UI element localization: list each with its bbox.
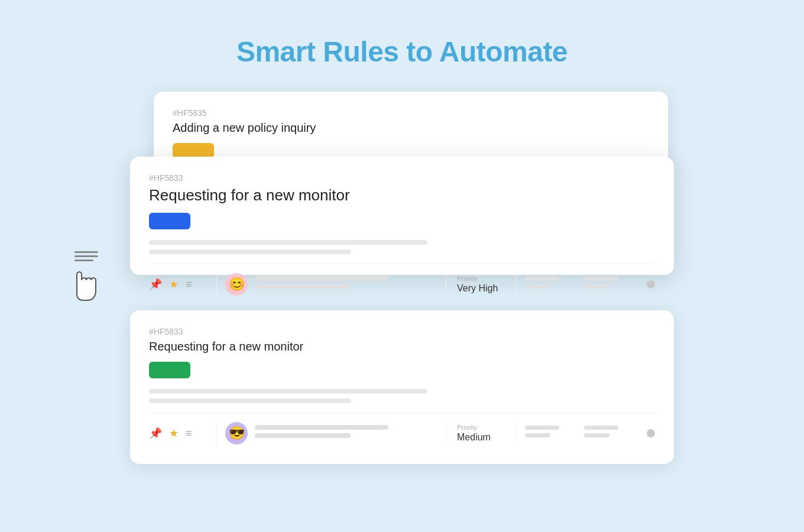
priority-label: Priority [457,275,505,282]
priority-value: Very High [457,283,505,294]
card-3-row-divider [216,421,217,445]
card-3-tag [149,362,190,378]
card-3-priority: Priority Medium [446,424,517,443]
card-3-name-line-2 [255,433,351,438]
card-2-line-2 [149,249,351,254]
card-3-cell-2 [576,426,635,441]
card-3-cell-line-4 [584,433,610,437]
card-3-cell-1 [517,426,576,441]
card-1-id: #HF5835 [173,108,649,118]
card-3-lines [149,389,655,403]
card-1-title: Adding a new policy inquiry [173,121,649,135]
card-3-cell-line-3 [584,426,618,430]
card-3-cell-line-1 [525,426,559,430]
menu-icon[interactable]: ≡ [186,278,192,291]
card-3-name-lines [255,425,446,442]
star-icon[interactable]: ★ [169,278,179,291]
card-3-id: #HF5833 [149,327,655,336]
card-3-row: 📌 ★ ≡ 😎 Priority Medium [149,413,655,445]
card-3-star-icon[interactable]: ★ [169,427,179,440]
status-dot [647,280,655,288]
card-2-lines [149,240,655,254]
card-3-line-2 [149,398,351,403]
hand-icon [71,267,102,303]
card-3-priority-value: Medium [457,432,505,443]
card-2-row: 📌 ★ ≡ 😊 Priority Very High [149,264,655,296]
card-2-name-lines [255,276,446,293]
card-3-priority-label: Priority [457,424,505,431]
cursor-line-2 [74,255,98,257]
cell-line-3 [584,277,618,281]
card-2-cell-1 [517,277,576,292]
card-2-priority: Priority Very High [446,275,517,294]
cell-line-1 [525,277,559,281]
cell-line-2 [525,284,550,288]
pin-icon[interactable]: 📌 [149,278,162,291]
card-2: #HF5833 Requesting for a new monitor 📌 ★… [130,157,674,275]
card-2-avatar: 😊 [225,273,248,296]
hand-cursor-indicator [71,251,102,303]
cursor-lines [74,251,98,261]
cell-line-4 [584,284,610,288]
cards-area: #HF5835 Adding a new policy inquiry #HF5… [118,92,686,494]
card-3-status-dot [647,429,655,437]
page-title: Smart Rules to Automate [236,35,568,68]
card-2-cell-2 [576,277,635,292]
card-3-name-line-1 [255,425,388,430]
row-divider [216,273,217,296]
card-3-cell-line-2 [525,433,550,437]
card-2-icon-group: 📌 ★ ≡ [149,278,208,291]
card-3-icon-group: 📌 ★ ≡ [149,427,208,440]
card-2-id: #HF5833 [149,173,655,183]
card-3-menu-icon[interactable]: ≡ [186,427,192,440]
name-line-1 [255,276,388,281]
card-3-avatar: 😎 [225,422,248,445]
card-2-tag [149,213,190,229]
card-3-line-1 [149,389,427,394]
cursor-line-3 [74,259,93,261]
cursor-line-1 [74,251,98,253]
card-3-pin-icon[interactable]: 📌 [149,427,162,440]
card-2-title: Requesting for a new monitor [149,186,655,205]
name-line-2 [255,284,351,289]
card-3-title: Requesting for a new monitor [149,340,655,353]
card-3: #HF5833 Requesting for a new monitor 📌 ★… [130,310,674,464]
card-2-line-1 [149,240,427,245]
